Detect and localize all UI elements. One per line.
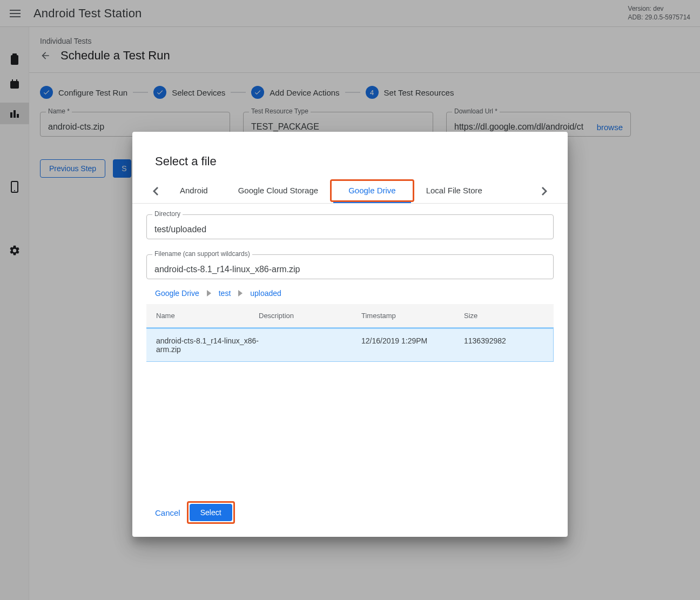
- tab-local-file-store[interactable]: Local File Store: [411, 179, 497, 203]
- directory-value: test/uploaded: [154, 225, 206, 234]
- crumb-root[interactable]: Google Drive: [155, 289, 199, 298]
- col-description: Description: [259, 312, 361, 320]
- col-name: Name: [156, 312, 259, 320]
- col-timestamp: Timestamp: [361, 312, 464, 320]
- file-row[interactable]: android-cts-8.1_r14-linux_x86-arm.zip 12…: [146, 327, 554, 362]
- directory-field[interactable]: Directory test/uploaded: [146, 214, 554, 239]
- filename-field[interactable]: Filename (can support wildcards) android…: [146, 254, 554, 279]
- tutorial-highlight-box: Select: [187, 501, 235, 524]
- file-timestamp: 12/16/2019 1:29PM: [361, 336, 464, 354]
- file-size: 1136392982: [464, 336, 543, 354]
- filename-label: Filename (can support wildcards): [152, 250, 252, 258]
- chevron-left-icon[interactable]: [146, 179, 165, 203]
- tab-row: Android Google Cloud Storage Google Driv…: [132, 179, 568, 204]
- tab-google-cloud-storage[interactable]: Google Cloud Storage: [223, 179, 333, 203]
- filename-value: android-cts-8.1_r14-linux_x86-arm.zip: [154, 265, 300, 274]
- modal-overlay: Select a file Android Google Cloud Stora…: [0, 0, 700, 600]
- file-name: android-cts-8.1_r14-linux_x86-arm.zip: [156, 336, 259, 354]
- tab-google-drive[interactable]: Google Drive: [333, 179, 411, 203]
- crumb-2[interactable]: uploaded: [250, 289, 281, 298]
- chevron-right-icon[interactable]: [535, 179, 554, 203]
- chevron-right-icon: [207, 290, 211, 296]
- col-size: Size: [464, 312, 544, 320]
- tab-android[interactable]: Android: [165, 179, 223, 203]
- select-button[interactable]: Select: [190, 504, 232, 521]
- file-table-header: Name Description Timestamp Size: [146, 304, 554, 327]
- dialog-title: Select a file: [132, 150, 568, 179]
- cancel-button[interactable]: Cancel: [155, 508, 180, 517]
- directory-label: Directory: [152, 210, 183, 218]
- file-picker-dialog: Select a file Android Google Cloud Stora…: [132, 132, 568, 537]
- path-breadcrumbs: Google Drive test uploaded: [146, 279, 554, 304]
- chevron-right-icon: [238, 290, 243, 296]
- file-description: [259, 336, 361, 354]
- crumb-1[interactable]: test: [219, 289, 231, 298]
